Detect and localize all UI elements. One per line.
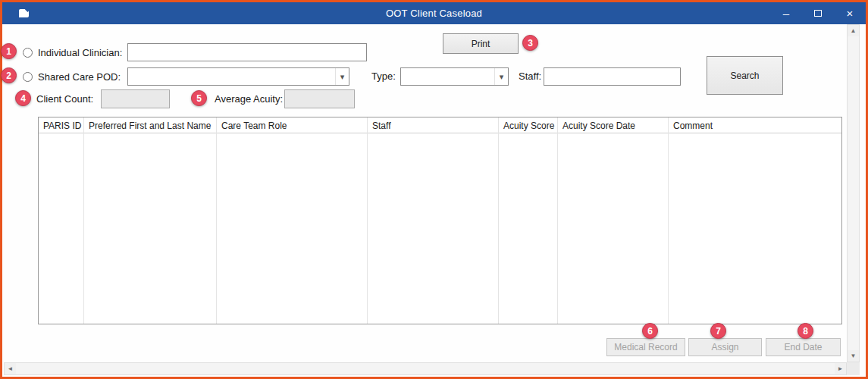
- maximize-icon: [814, 10, 822, 17]
- annotation-badge-3: 3: [522, 35, 538, 51]
- type-select[interactable]: ▾: [400, 67, 509, 86]
- client-count-label: Client Count:: [36, 93, 93, 105]
- staff-label: Staff:: [519, 70, 541, 82]
- column-staff: Staff: [368, 117, 499, 324]
- scroll-up-icon[interactable]: ▲: [848, 25, 859, 36]
- app-icon: [19, 9, 29, 17]
- column-header[interactable]: Acuity Score Date: [558, 117, 668, 133]
- individual-clinician-radio[interactable]: [23, 48, 33, 58]
- column-paris-id: PARIS ID: [39, 117, 84, 324]
- scroll-down-icon[interactable]: ▼: [848, 350, 859, 362]
- window-title: OOT Client Caseload: [386, 8, 482, 19]
- column-preferred-name: Preferred First and Last Name: [84, 117, 217, 324]
- annotation-badge-5: 5: [191, 90, 207, 106]
- scroll-right-icon[interactable]: ►: [835, 363, 846, 374]
- close-button[interactable]: ×: [834, 2, 866, 24]
- individual-clinician-input[interactable]: [127, 43, 367, 61]
- annotation-badge-6: 6: [642, 323, 658, 339]
- column-header[interactable]: Acuity Score: [499, 117, 557, 133]
- search-button[interactable]: Search: [707, 56, 783, 95]
- minimize-button[interactable]: –: [770, 2, 802, 24]
- dropdown-arrow-icon[interactable]: ▾: [335, 68, 349, 85]
- assign-button[interactable]: Assign: [688, 338, 762, 356]
- titlebar: OOT Client Caseload – ×: [2, 2, 866, 24]
- shared-care-pod-label: Shared Care POD:: [38, 71, 121, 83]
- caseload-table[interactable]: PARIS ID Preferred First and Last Name C…: [38, 117, 842, 324]
- column-care-team-role: Care Team Role: [217, 117, 368, 324]
- shared-care-pod-radio[interactable]: [23, 72, 33, 82]
- annotation-badge-4: 4: [15, 90, 31, 106]
- type-label: Type:: [371, 70, 396, 82]
- horizontal-scrollbar[interactable]: ◄ ►: [4, 362, 847, 375]
- individual-clinician-option: Individual Clinician:: [23, 43, 122, 61]
- window-controls: – ×: [770, 2, 866, 24]
- vertical-scrollbar[interactable]: ▲ ▼: [847, 24, 860, 362]
- content-area: Individual Clinician: Print Shared Care …: [2, 24, 866, 377]
- column-header[interactable]: Preferred First and Last Name: [84, 117, 216, 133]
- annotation-badge-1: 1: [1, 43, 17, 59]
- shared-care-pod-select[interactable]: ▾: [127, 67, 349, 86]
- individual-clinician-label: Individual Clinician:: [38, 47, 122, 58]
- maximize-button[interactable]: [802, 2, 834, 24]
- dropdown-arrow-icon[interactable]: ▾: [494, 68, 508, 85]
- scroll-left-icon[interactable]: ◄: [5, 363, 16, 374]
- column-acuity-score: Acuity Score: [499, 117, 558, 324]
- average-acuity-label: Average Acuity:: [215, 93, 283, 105]
- staff-input[interactable]: [544, 67, 681, 86]
- column-header[interactable]: Comment: [669, 117, 841, 133]
- average-acuity-field: [284, 89, 355, 108]
- oot-client-caseload-window: OOT Client Caseload – × Individual Clini…: [0, 0, 868, 379]
- scrollbar-corner: [847, 362, 860, 375]
- column-comment: Comment: [669, 117, 841, 324]
- column-header[interactable]: PARIS ID: [39, 117, 83, 133]
- annotation-badge-2: 2: [1, 67, 17, 83]
- print-button[interactable]: Print: [443, 33, 519, 54]
- end-date-button[interactable]: End Date: [766, 338, 841, 356]
- medical-record-button[interactable]: Medical Record: [606, 338, 685, 356]
- annotation-badge-8: 8: [797, 323, 813, 339]
- column-header[interactable]: Staff: [368, 117, 498, 133]
- annotation-badge-7: 7: [710, 323, 726, 339]
- column-acuity-score-date: Acuity Score Date: [558, 117, 669, 324]
- client-count-field: [101, 89, 170, 108]
- shared-care-pod-option: Shared Care POD:: [23, 67, 121, 86]
- column-header[interactable]: Care Team Role: [217, 117, 367, 133]
